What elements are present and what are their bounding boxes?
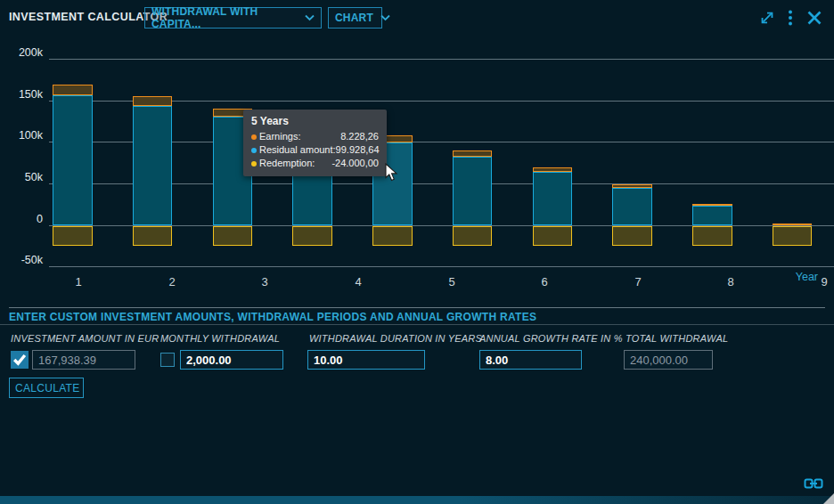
- monthly-withdrawal-checkbox[interactable]: [160, 353, 175, 367]
- y-axis-tick-label: -50k: [2, 254, 43, 266]
- total-withdrawal-label: TOTAL WITHDRAWAL: [626, 333, 728, 344]
- gridline: [49, 266, 834, 267]
- x-axis-tick-label: 8: [717, 275, 744, 289]
- y-axis-tick-label: 50k: [2, 171, 43, 183]
- y-axis-tick-label: 100k: [2, 129, 43, 142]
- tooltip-value: 8.228,26: [340, 130, 379, 143]
- earnings-bullet-icon: [251, 134, 257, 140]
- section-heading: ENTER CUSTOM INVESTMENT AMOUNTS, WITHDRA…: [9, 311, 536, 323]
- withdrawal-duration-label: WITHDRAWAL DURATION IN YEARS: [309, 333, 482, 344]
- tooltip-row-redemption: Redemption: -24.000,00: [251, 157, 379, 170]
- expand-icon[interactable]: [757, 8, 777, 28]
- heading-underline: [0, 324, 834, 325]
- investment-calculator-widget: INVESTMENT CALCULATOR WITHDRAWAL WITH CA…: [0, 0, 834, 504]
- bar-year2-redemption-segment[interactable]: [133, 226, 173, 246]
- window-bottom-edge: [0, 496, 834, 504]
- y-axis-tick-label: 150k: [2, 88, 43, 101]
- x-axis-tick-label: 5: [438, 275, 465, 289]
- bar-year10-redemption-segment[interactable]: [773, 226, 813, 246]
- withdrawal-duration-input[interactable]: [307, 350, 425, 370]
- tooltip-row-earnings: Earnings: 8.228,26: [251, 130, 379, 143]
- chevron-down-icon: [305, 14, 315, 21]
- residual-bullet-icon: [251, 148, 257, 153]
- monthly-withdrawal-input[interactable]: [180, 350, 283, 370]
- bar-year5-redemption-segment[interactable]: [372, 226, 413, 246]
- bar-year6-earnings-segment[interactable]: [453, 150, 493, 157]
- close-icon[interactable]: [805, 8, 824, 28]
- bar-year1-redemption-segment[interactable]: [53, 226, 93, 246]
- bar-year9-earnings-segment[interactable]: [692, 204, 732, 207]
- bar-chart: 200k150k100k50k0-50k123456789: [0, 32, 834, 307]
- tooltip-value: 99.928,64: [336, 143, 380, 157]
- calculate-button[interactable]: CALCULATE: [9, 378, 84, 398]
- tooltip-label: Earnings:: [259, 130, 300, 143]
- x-axis-tick-label: 1: [65, 275, 92, 289]
- bar-year4-redemption-segment[interactable]: [292, 226, 332, 246]
- calculation-type-dropdown[interactable]: WITHDRAWAL WITH CAPITA...: [144, 7, 322, 28]
- gridline: [49, 59, 834, 60]
- tooltip-value: -24.000,00: [331, 157, 379, 170]
- annual-growth-rate-input[interactable]: [479, 350, 582, 370]
- chevron-down-icon: [380, 14, 390, 21]
- y-axis-tick-label: 200k: [2, 46, 43, 59]
- bar-year1-earnings-segment[interactable]: [53, 85, 93, 95]
- chart-tooltip: 5 Years Earnings: 8.228,26 Residual amou…: [243, 110, 387, 176]
- tooltip-row-residual: Residual amount: 99.928,64: [251, 143, 379, 157]
- bar-year8-earnings-segment[interactable]: [612, 184, 652, 188]
- resize-grip[interactable]: [823, 493, 834, 504]
- tooltip-label: Redemption:: [259, 157, 315, 170]
- investment-amount-label: INVESTMENT AMOUNT IN EUR: [11, 333, 159, 344]
- investment-amount-input: [32, 350, 135, 370]
- section-divider: [9, 307, 825, 308]
- bar-year7-earnings-segment[interactable]: [533, 167, 573, 172]
- view-dropdown-value: CHART: [335, 12, 373, 24]
- bar-year9-redemption-segment[interactable]: [692, 226, 732, 246]
- bar-year8-redemption-segment[interactable]: [612, 226, 652, 246]
- y-axis-tick-label: 0: [2, 213, 43, 225]
- bar-year2-residual-segment[interactable]: [133, 106, 173, 225]
- redemption-bullet-icon: [251, 161, 257, 167]
- calculation-type-dropdown-value: WITHDRAWAL WITH CAPITA...: [151, 5, 298, 30]
- annual-growth-rate-label: ANNUAL GROWTH RATE IN %: [479, 333, 623, 344]
- bar-year7-redemption-segment[interactable]: [533, 226, 573, 246]
- x-axis-title: Year: [781, 271, 818, 283]
- tooltip-label: Residual amount:: [259, 143, 336, 157]
- link-icon[interactable]: [804, 477, 823, 493]
- x-axis-tick-label: 6: [531, 275, 558, 289]
- bar-year10-earnings-segment[interactable]: [773, 224, 813, 226]
- bar-year8-residual-segment[interactable]: [612, 188, 652, 225]
- total-withdrawal-input: [624, 350, 713, 370]
- investment-amount-checkbox[interactable]: [11, 351, 29, 369]
- x-axis-tick-label: 3: [251, 275, 278, 289]
- bar-year1-residual-segment[interactable]: [53, 95, 93, 225]
- x-axis-tick-label: 2: [159, 275, 185, 289]
- x-axis-tick-label: 7: [625, 275, 651, 289]
- monthly-withdrawal-label: MONTHLY WITHDRAWAL: [160, 333, 280, 344]
- bar-year9-residual-segment[interactable]: [692, 206, 732, 225]
- bar-year2-earnings-segment[interactable]: [133, 96, 173, 106]
- bar-year3-redemption-segment[interactable]: [213, 226, 253, 246]
- view-dropdown[interactable]: CHART: [328, 7, 382, 28]
- bar-year6-residual-segment[interactable]: [453, 157, 493, 225]
- checkmark-icon: [11, 351, 29, 369]
- bar-year7-residual-segment[interactable]: [533, 172, 573, 225]
- kebab-menu-icon[interactable]: [783, 8, 797, 28]
- bar-year6-redemption-segment[interactable]: [453, 226, 493, 246]
- x-axis-tick-label: 4: [345, 275, 372, 289]
- tooltip-title: 5 Years: [251, 115, 379, 127]
